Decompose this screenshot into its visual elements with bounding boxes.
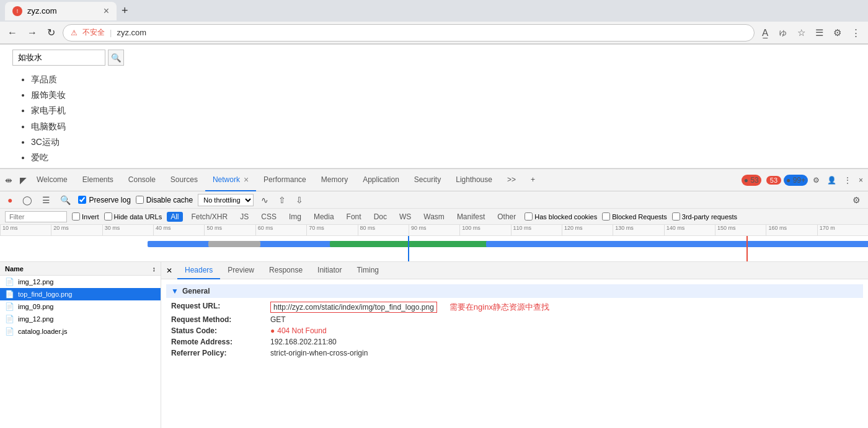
address-bar[interactable]: ⚠ 不安全 | zyz.com [63, 24, 755, 41]
throttle-select[interactable]: No throttling [198, 194, 254, 206]
back-btn[interactable]: ← [5, 25, 20, 41]
details-subtab-headers[interactable]: Headers [177, 262, 220, 279]
request-row-0[interactable]: 📄 img_12.png [0, 276, 161, 288]
filter-tag-js[interactable]: JS [236, 212, 252, 222]
request-url-row: Request URL: http://zyz.com/static/index… [166, 300, 863, 314]
tab-add[interactable]: + [523, 169, 542, 191]
devtools-panel: ⇼ ◤ Welcome Elements Console Sources Net… [0, 168, 868, 428]
settings-icon[interactable]: ⚙ [810, 175, 822, 186]
download-icon[interactable]: ⇩ [293, 194, 306, 206]
request-row-3[interactable]: 📄 img_12.png [0, 313, 161, 325]
filter-tag-fetchxhr[interactable]: Fetch/XHR [188, 212, 232, 222]
collections-icon[interactable]: ☰ [813, 26, 826, 40]
filter-tag-doc[interactable]: Doc [370, 212, 391, 222]
tab-elements[interactable]: Elements [75, 169, 121, 191]
blue-marker-line [408, 236, 409, 262]
tab-security[interactable]: Security [407, 169, 448, 191]
details-subtab-initiator[interactable]: Initiator [310, 262, 349, 279]
request-name-0: img_12.png [18, 278, 156, 286]
blocked-requests-checkbox[interactable]: Blocked Requests [602, 212, 667, 221]
nav-item-1[interactable]: 享品质 [31, 72, 856, 87]
invert-checkbox[interactable]: Invert [72, 212, 99, 221]
record-btn[interactable]: ● [5, 194, 15, 206]
devtools-tab-icons: ● 5353 ● 99+ ⚙ 👤 ⋮ × [742, 175, 866, 186]
browser-tab[interactable]: ! zyz.com × [5, 2, 117, 20]
file-icon-4: 📄 [5, 327, 14, 336]
tab-network[interactable]: Network × [205, 169, 256, 191]
search-btn-toolbar[interactable]: 🔍 [58, 194, 73, 206]
request-url-value[interactable]: http://zyz.com/static/index/img/top_find… [270, 302, 437, 313]
nav-item-4[interactable]: 电脑数码 [31, 119, 856, 134]
settings-icon-toolbar[interactable]: ⚙ [850, 194, 863, 206]
tab-more[interactable]: >> [500, 169, 523, 191]
new-tab-btn[interactable]: + [119, 2, 131, 20]
nav-item-6[interactable]: 爱吃 [31, 150, 856, 165]
filter-tag-all[interactable]: All [167, 212, 182, 222]
request-row-2[interactable]: 📄 img_09.png [0, 300, 161, 313]
filter-tag-font[interactable]: Font [343, 212, 365, 222]
referrer-policy-row: Referrer Policy: strict-origin-when-cros… [166, 347, 863, 359]
details-subtab-timing[interactable]: Timing [349, 262, 386, 279]
devtools-tabs-bar: ⇼ ◤ Welcome Elements Console Sources Net… [0, 169, 868, 191]
search-btn[interactable]: 🔍 [108, 50, 124, 66]
section-header-general[interactable]: ▼ General [166, 284, 863, 298]
upload-icon[interactable]: ⇧ [276, 194, 288, 206]
security-label: 不安全 [82, 27, 105, 38]
tick-70ms: 70 ms [306, 225, 357, 235]
remote-address-label: Remote Address: [171, 338, 270, 346]
wifi-icon[interactable]: ∿ [259, 194, 271, 206]
filter-tag-wasm[interactable]: Wasm [420, 212, 448, 222]
filter-tag-other[interactable]: Other [494, 212, 520, 222]
details-close-btn[interactable]: ✕ [161, 262, 177, 279]
disable-cache-checkbox[interactable]: Disable cache [136, 196, 193, 204]
tab-performance[interactable]: Performance [256, 169, 314, 191]
tab-application[interactable]: Application [355, 169, 407, 191]
devtools-dock-btn[interactable]: ⇼ [2, 174, 15, 186]
translate-icon[interactable]: ゅ [776, 25, 790, 40]
request-method-value: GET [270, 315, 286, 324]
tick-60ms: 60 ms [255, 225, 306, 235]
blocked-cookies-checkbox[interactable]: Has blocked cookies [525, 212, 597, 221]
reload-btn[interactable]: ↻ [45, 24, 58, 41]
tab-memory[interactable]: Memory [314, 169, 355, 191]
filter-tag-img[interactable]: Img [285, 212, 305, 222]
extensions-icon[interactable]: ⚙ [831, 26, 844, 40]
tab-network-close[interactable]: × [244, 175, 249, 185]
search-input[interactable] [12, 50, 105, 66]
more-btn[interactable]: ⋮ [849, 26, 863, 40]
nav-item-2[interactable]: 服饰美妆 [31, 87, 856, 103]
clear-btn[interactable]: ◯ [20, 194, 35, 206]
filter-input[interactable] [5, 211, 67, 222]
forward-btn[interactable]: → [25, 25, 40, 41]
tab-sources[interactable]: Sources [163, 169, 205, 191]
bookmark-icon[interactable]: ☆ [795, 26, 808, 40]
profiles-icon[interactable]: 👤 [825, 175, 839, 186]
sort-arrow-icon[interactable]: ↕ [153, 265, 156, 273]
request-row-1[interactable]: 📄 top_find_logo.png [0, 288, 161, 300]
third-party-checkbox[interactable]: 3rd-party requests [672, 212, 737, 221]
reader-icon[interactable]: A̲ [760, 26, 771, 40]
filter-tag-ws[interactable]: WS [396, 212, 415, 222]
filter-tag-media[interactable]: Media [310, 212, 338, 222]
details-subtab-preview[interactable]: Preview [220, 262, 262, 279]
devtools-undock-btn[interactable]: ◤ [17, 174, 29, 186]
devtools-close[interactable]: × [856, 175, 866, 186]
filter-tag-css[interactable]: CSS [257, 212, 280, 222]
filter-toggle-btn[interactable]: ☰ [40, 194, 53, 206]
tab-welcome[interactable]: Welcome [29, 169, 75, 191]
nav-item-3[interactable]: 家电手机 [31, 103, 856, 118]
tab-lighthouse[interactable]: Lighthouse [448, 169, 500, 191]
tick-120ms: 120 ms [562, 225, 613, 235]
hide-data-checkbox[interactable]: Hide data URLs [104, 212, 162, 221]
nav-item-5[interactable]: 3C运动 [31, 134, 856, 150]
tab-close-btn[interactable]: × [104, 6, 109, 17]
devtools-more[interactable]: ⋮ [841, 175, 854, 186]
tick-20ms: 20 ms [51, 225, 102, 235]
request-row-4[interactable]: 📄 catalog.loader.js [0, 325, 161, 338]
tick-10ms: 10 ms [0, 225, 51, 235]
request-name-3: img_12.png [18, 315, 156, 323]
details-subtab-response[interactable]: Response [262, 262, 310, 279]
tab-console[interactable]: Console [121, 169, 163, 191]
preserve-log-checkbox[interactable]: Preserve log [78, 196, 130, 204]
filter-tag-manifest[interactable]: Manifest [453, 212, 489, 222]
